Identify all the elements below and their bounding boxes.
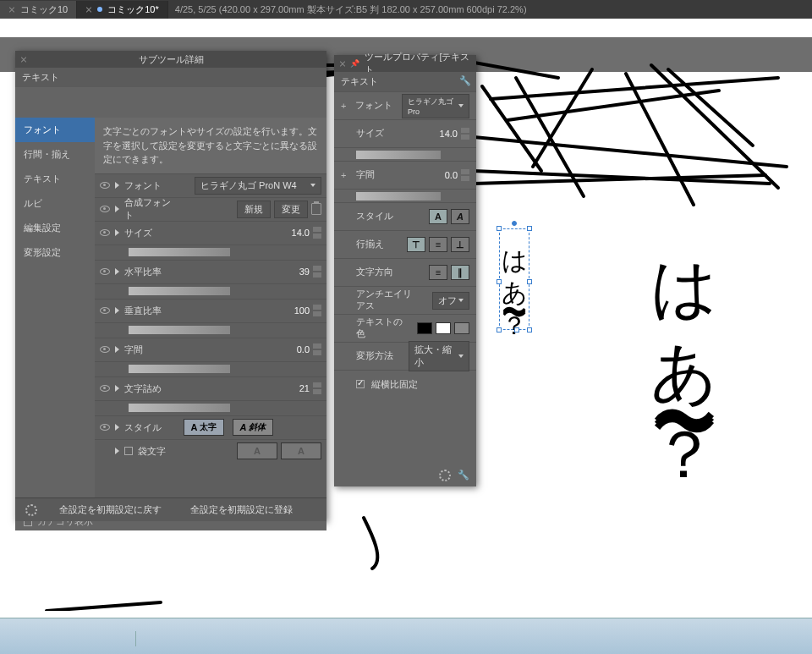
transform-dropdown[interactable]: 拡大・縮小 bbox=[409, 341, 469, 371]
change-button[interactable]: 変更 bbox=[274, 201, 308, 218]
italic-button[interactable]: A斜体 bbox=[233, 419, 273, 436]
pin-icon[interactable]: 📌 bbox=[350, 59, 359, 68]
label-outline: 袋文字 bbox=[138, 445, 192, 458]
sidebar-item-ruby[interactable]: ルビ bbox=[15, 191, 95, 216]
label-transform: 変形方法 bbox=[356, 350, 402, 362]
chevron-right-icon[interactable] bbox=[115, 268, 119, 275]
panel-titlebar[interactable]: サブツール詳細 bbox=[15, 51, 326, 68]
tp-direction: 文字方向 ≡ ∥ bbox=[334, 258, 476, 286]
eye-icon[interactable] bbox=[100, 424, 110, 431]
align-top-icon[interactable]: ⊤ bbox=[407, 237, 425, 252]
sidebar-item-edit[interactable]: 編集設定 bbox=[15, 216, 95, 240]
sidebar-item-font[interactable]: フォント bbox=[15, 118, 95, 142]
tab-active[interactable]: コミック10* bbox=[77, 1, 168, 19]
chevron-right-icon[interactable] bbox=[115, 346, 119, 353]
chevron-right-icon[interactable] bbox=[115, 229, 119, 236]
tp-color: テキストの色 bbox=[334, 314, 476, 342]
resize-handle[interactable] bbox=[527, 226, 532, 231]
eye-icon[interactable] bbox=[100, 229, 110, 236]
resize-handle[interactable] bbox=[497, 327, 502, 332]
canvas-text-selected[interactable]: はあ〜〜〜？ bbox=[499, 228, 529, 330]
panel-titlebar[interactable]: 📌 ツールプロパティ[テキスト bbox=[334, 55, 476, 72]
vratio-slider[interactable] bbox=[129, 326, 230, 334]
italic-icon[interactable]: A bbox=[451, 209, 469, 224]
save-defaults-button[interactable]: 全設定を初期設定に登録 bbox=[184, 502, 299, 518]
eye-icon[interactable] bbox=[100, 307, 110, 314]
spinner[interactable] bbox=[313, 265, 321, 278]
trash-icon[interactable] bbox=[311, 203, 321, 215]
close-icon[interactable] bbox=[339, 60, 345, 67]
aa-dropdown[interactable]: オフ bbox=[432, 292, 469, 310]
color-gray-swatch[interactable] bbox=[454, 322, 469, 334]
close-icon[interactable] bbox=[20, 56, 27, 63]
new-button[interactable]: 新規 bbox=[237, 201, 271, 218]
row-kerning: 文字詰め 21 bbox=[95, 376, 326, 400]
spinner[interactable] bbox=[461, 127, 469, 140]
spacing-slider[interactable] bbox=[129, 365, 230, 373]
color-white-swatch[interactable] bbox=[436, 322, 451, 334]
eye-icon[interactable] bbox=[100, 268, 110, 275]
kerning-value: 21 bbox=[299, 383, 310, 393]
resize-handle[interactable] bbox=[497, 226, 502, 231]
spinner[interactable] bbox=[313, 343, 321, 356]
align-mid-icon[interactable]: ≡ bbox=[429, 237, 447, 252]
gear-icon[interactable] bbox=[25, 504, 37, 516]
size-slider[interactable] bbox=[356, 151, 441, 159]
bold-icon[interactable]: A bbox=[429, 209, 447, 224]
chevron-right-icon[interactable] bbox=[115, 448, 119, 454]
hratio-slider[interactable] bbox=[129, 287, 230, 295]
font-dropdown[interactable]: ヒラギノ丸ゴ ProN W4 bbox=[195, 177, 321, 195]
align-bot-icon[interactable]: ⊥ bbox=[451, 237, 469, 252]
resize-handle[interactable] bbox=[527, 327, 532, 332]
resize-handle[interactable] bbox=[497, 279, 502, 284]
eye-icon[interactable] bbox=[100, 206, 110, 212]
chevron-right-icon[interactable] bbox=[115, 424, 119, 431]
expand-icon[interactable]: + bbox=[341, 101, 348, 111]
label-font: フォント bbox=[355, 100, 395, 112]
spinner[interactable] bbox=[313, 226, 321, 239]
spacing-value: 0.0 bbox=[445, 170, 458, 180]
tp-align: 行揃え ⊤ ≡ ⊥ bbox=[334, 230, 476, 258]
sidebar-item-align[interactable]: 行間・揃え bbox=[15, 142, 95, 167]
outline-a2-icon[interactable]: A bbox=[281, 442, 321, 459]
eye-icon[interactable] bbox=[100, 182, 110, 189]
close-icon[interactable] bbox=[8, 6, 15, 13]
chevron-right-icon[interactable] bbox=[115, 385, 119, 392]
spacing-slider[interactable] bbox=[356, 192, 441, 201]
expand-icon[interactable]: + bbox=[341, 170, 349, 180]
spinner[interactable] bbox=[313, 304, 321, 317]
outline-a1-icon[interactable]: A bbox=[237, 442, 277, 459]
size-slider[interactable] bbox=[129, 248, 230, 256]
kerning-slider[interactable] bbox=[129, 404, 230, 412]
sidebar-item-transform[interactable]: 変形設定 bbox=[15, 240, 95, 265]
chevron-right-icon[interactable] bbox=[115, 307, 119, 314]
eye-icon[interactable] bbox=[100, 385, 110, 392]
label-lock: 縦横比固定 bbox=[371, 378, 418, 391]
outline-checkbox[interactable] bbox=[124, 447, 133, 455]
canvas-text-large[interactable]: はあ〜〜〜？ bbox=[651, 217, 717, 454]
eye-icon[interactable] bbox=[100, 346, 110, 353]
rotate-handle[interactable] bbox=[512, 221, 517, 226]
chevron-right-icon[interactable] bbox=[115, 182, 119, 189]
lock-aspect-checkbox[interactable] bbox=[356, 380, 365, 388]
chevron-right-icon[interactable] bbox=[115, 206, 119, 212]
tp-style: スタイル A A bbox=[334, 202, 476, 230]
vertical-icon[interactable]: ∥ bbox=[451, 265, 469, 280]
horizontal-icon[interactable]: ≡ bbox=[429, 265, 447, 280]
wrench-icon[interactable]: 🔧 bbox=[459, 75, 471, 86]
reset-defaults-button[interactable]: 全設定を初期設定に戻す bbox=[52, 502, 168, 518]
wrench-icon[interactable]: 🔧 bbox=[458, 470, 469, 481]
resize-handle[interactable] bbox=[527, 279, 532, 284]
font-dropdown[interactable]: ヒラギノ丸ゴ Pro bbox=[402, 94, 469, 118]
sidebar-item-text[interactable]: テキスト bbox=[15, 167, 95, 191]
tab-inactive[interactable]: コミック10 bbox=[0, 1, 77, 19]
bold-button[interactable]: A太字 bbox=[184, 419, 224, 436]
chevron-down-icon bbox=[310, 184, 315, 187]
close-icon[interactable] bbox=[85, 6, 92, 13]
gear-icon[interactable] bbox=[439, 470, 451, 481]
row-outline: 袋文字 A A bbox=[95, 439, 326, 463]
spinner[interactable] bbox=[461, 168, 469, 182]
resize-handle[interactable] bbox=[514, 327, 519, 332]
spinner[interactable] bbox=[313, 382, 321, 395]
color-black-swatch[interactable] bbox=[417, 322, 432, 334]
